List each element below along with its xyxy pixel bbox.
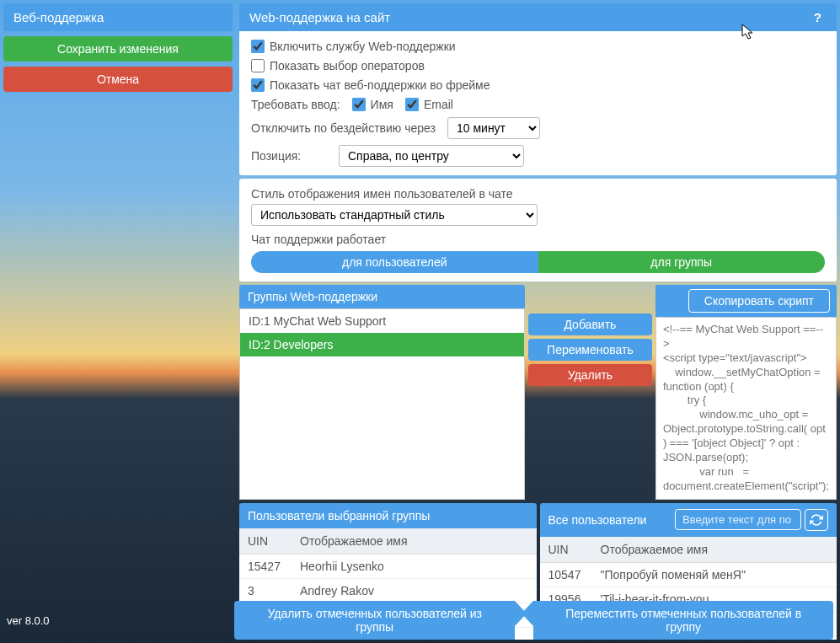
help-icon[interactable]: ? [809,10,827,24]
remove-users-button[interactable]: Удалить отмеченных пользователей из груп… [234,601,515,640]
position-label: Позиция: [251,149,327,163]
username-style-label: Стиль отображения имен пользователей в ч… [251,187,825,201]
copy-script-button[interactable]: Скопировать скрипт [688,289,830,313]
group-users-header: Пользователи выбранной группы [248,509,430,522]
show-chat-frame-checkbox[interactable] [251,78,265,92]
require-email-label: Email [424,98,453,111]
save-button[interactable]: Сохранить изменения [3,36,233,62]
rename-group-button[interactable]: Переименовать [528,339,652,361]
group-item[interactable]: ID:2 Developers [240,333,524,356]
main-title: Web-поддержка на сайт [249,10,390,24]
require-name-checkbox[interactable] [352,98,366,111]
refresh-icon[interactable] [805,509,828,531]
delete-group-button[interactable]: Удалить [528,364,652,386]
table-row[interactable]: 15427Heorhii Lysenko [239,554,537,578]
enable-service-checkbox[interactable] [251,40,265,53]
idle-disconnect-select[interactable]: 10 минут [447,117,540,139]
col-uin[interactable]: UIN [540,537,592,563]
show-chat-frame-label: Показать чат веб-поддержки во фрейме [270,78,490,92]
col-uin[interactable]: UIN [239,528,292,555]
chat-works-label: Чат поддержки работает [251,233,825,246]
groups-header: Группы Web-поддержки [239,285,525,308]
script-preview[interactable]: <!--== MyChat Web Support ==--> <script … [655,317,837,500]
search-input[interactable] [675,509,801,530]
show-operators-checkbox[interactable] [251,59,265,72]
col-name[interactable]: Отображаемое имя [592,537,837,563]
table-row[interactable]: 10547"Попробуй поменяй менЯ" [540,562,837,587]
col-name[interactable]: Отображаемое имя [292,528,537,555]
all-users-header: Все пользователи [548,513,647,527]
add-group-button[interactable]: Добавить [528,313,652,335]
show-operators-label: Показать выбор операторов [270,59,425,72]
username-style-select[interactable]: Использовать стандартный стиль [251,204,538,226]
move-users-button[interactable]: Переместить отмеченных пользователей в г… [533,601,833,640]
position-select[interactable]: Справа, по центру [339,145,524,167]
cancel-button[interactable]: Отмена [3,67,233,92]
idle-disconnect-label: Отключить по бездействию через [251,121,436,135]
version-label: ver 8.0.0 [7,614,234,627]
require-input-label: Требовать ввод: [251,98,340,111]
main-header: Web-поддержка на сайт ? [239,3,837,31]
settings-panel: Включить службу Web-поддержки Показать в… [239,31,837,175]
style-panel: Стиль отображения имен пользователей в ч… [239,179,837,281]
for-group-tab[interactable]: для группы [538,251,826,273]
require-name-label: Имя [371,98,393,111]
group-item[interactable]: ID:1 MyChat Web Support [240,309,524,333]
groups-list: ID:1 MyChat Web SupportID:2 Developers [239,308,525,500]
require-email-checkbox[interactable] [405,98,419,111]
enable-service-label: Включить службу Web-поддержки [270,40,456,53]
sidebar-title: Веб-поддержка [3,3,233,31]
for-users-tab[interactable]: для пользователей [251,251,538,273]
